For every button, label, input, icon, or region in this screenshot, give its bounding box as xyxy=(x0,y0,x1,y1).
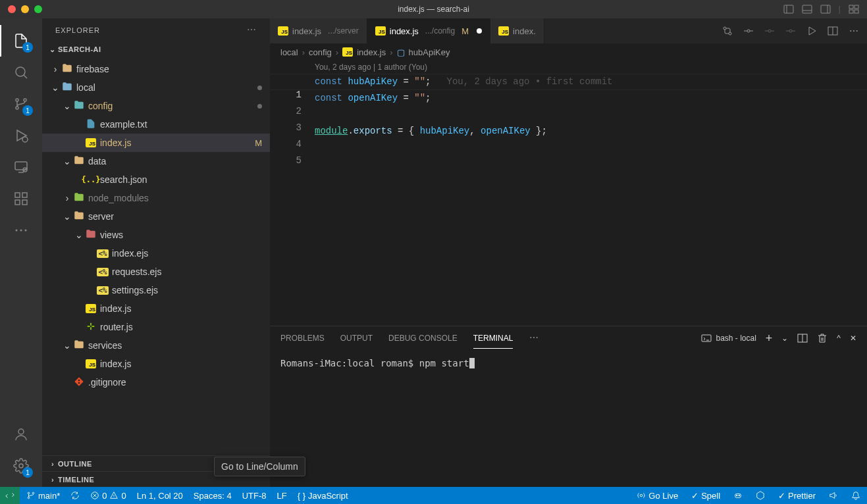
copilot-status[interactable] xyxy=(733,491,743,501)
tree-item[interactable]: <%requests.ejs xyxy=(42,263,270,281)
tree-item[interactable]: JSindex.js xyxy=(42,299,270,318)
tree-item[interactable]: .gitignore xyxy=(42,373,270,391)
code-line[interactable] xyxy=(315,107,613,123)
tree-item[interactable]: JSindex.js xyxy=(42,355,270,373)
tree-item[interactable]: <%index.ejs xyxy=(42,244,270,263)
terminal-body[interactable]: Romans-iMac:local roman$ npm start xyxy=(270,350,867,487)
tree-item[interactable]: ⌄services xyxy=(42,336,270,355)
tree-item[interactable]: ⌄local xyxy=(42,78,270,97)
run-debug-activity[interactable] xyxy=(5,120,37,151)
maximize-panel-icon[interactable]: ^ xyxy=(837,334,841,343)
code-line[interactable]: const hubApiKey = "";You, 2 days ago • f… xyxy=(315,74,613,90)
svg-rect-0 xyxy=(784,5,793,13)
chevron-icon: › xyxy=(50,64,61,74)
editor-tab[interactable]: JSindex. xyxy=(490,18,544,43)
minimize-window-button[interactable] xyxy=(21,5,29,13)
prettier-status[interactable]: ✓ Prettier xyxy=(778,491,816,501)
explorer-activity[interactable]: 1 xyxy=(5,25,37,57)
toggle-secondary-sidebar-icon[interactable] xyxy=(820,4,831,14)
terminal-shell-selector[interactable]: bash - local xyxy=(701,333,756,343)
editor-tab[interactable]: JSindex.js.../server xyxy=(270,18,367,43)
tree-item[interactable]: <%settings.ejs xyxy=(42,281,270,299)
tree-item[interactable]: ⌄server xyxy=(42,207,270,226)
tree-item[interactable]: JSindex.jsM xyxy=(42,134,270,152)
spell-check-status[interactable]: ✓ Spell xyxy=(691,491,720,501)
explorer-more-button[interactable] xyxy=(246,24,257,36)
editor-body[interactable]: 1 2 3 4 5 You, 2 days ago | 1 author (Yo… xyxy=(270,61,867,326)
eol-status[interactable]: LF xyxy=(277,491,287,501)
output-tab[interactable]: OUTPUT xyxy=(340,328,373,348)
folder-icon xyxy=(61,81,73,95)
breadcrumb[interactable]: local › config › JS index.js › ▢ hubApiK… xyxy=(270,43,867,61)
tree-item[interactable]: {..}search.json xyxy=(42,170,270,189)
project-section-header[interactable]: ⌄ SEARCH-AI xyxy=(42,41,270,57)
close-panel-icon[interactable]: ✕ xyxy=(850,334,856,343)
cursor-position[interactable]: Ln 1, Col 20 xyxy=(137,491,183,501)
problems-tab[interactable]: PROBLEMS xyxy=(280,328,325,348)
settings-activity[interactable]: 1 xyxy=(5,450,37,482)
dirty-dot xyxy=(257,86,262,90)
new-terminal-button[interactable]: + xyxy=(766,332,773,345)
maximize-window-button[interactable] xyxy=(34,5,42,13)
terminal-dropdown-button[interactable]: ⌄ xyxy=(781,334,788,343)
remote-indicator[interactable] xyxy=(0,487,20,504)
indentation-status[interactable]: Spaces: 4 xyxy=(194,491,232,501)
more-activity[interactable] xyxy=(5,214,37,246)
kill-terminal-icon[interactable] xyxy=(817,333,828,343)
git-next-icon[interactable] xyxy=(785,26,796,36)
tree-item[interactable]: ⌄views xyxy=(42,226,270,244)
svg-rect-2 xyxy=(802,5,812,13)
code-line[interactable] xyxy=(315,139,613,156)
source-control-activity[interactable]: 1 xyxy=(5,88,37,120)
breadcrumb-segment[interactable]: config xyxy=(309,47,332,57)
breadcrumb-segment[interactable]: index.js xyxy=(357,47,386,57)
explorer-title: EXPLORER xyxy=(55,26,100,34)
more-actions-icon[interactable] xyxy=(849,26,859,36)
accounts-activity[interactable] xyxy=(5,418,37,450)
code-content[interactable]: You, 2 days ago | 1 author (You) const h… xyxy=(309,61,613,326)
toggle-primary-sidebar-icon[interactable] xyxy=(783,4,794,14)
feedback-button[interactable] xyxy=(829,491,838,501)
svg-point-35 xyxy=(747,30,750,32)
git-commit-icon[interactable] xyxy=(764,26,775,36)
problems-status[interactable]: 0 0 xyxy=(90,491,126,501)
debug-console-tab[interactable]: DEBUG CONSOLE xyxy=(388,328,458,348)
tree-item[interactable]: router.js xyxy=(42,318,270,336)
git-branch-status[interactable]: main* xyxy=(26,491,60,501)
toggle-panel-icon[interactable] xyxy=(802,4,812,14)
remote-explorer-activity[interactable] xyxy=(5,151,37,183)
go-live-button[interactable]: Go Live xyxy=(637,491,678,501)
sync-icon xyxy=(70,491,80,500)
tree-item[interactable]: ⌄config xyxy=(42,97,270,115)
tree-item[interactable]: example.txt xyxy=(42,115,270,134)
run-icon[interactable] xyxy=(806,26,817,36)
editor-tab[interactable]: JSindex.js.../configM xyxy=(367,18,490,43)
svg-point-12 xyxy=(16,99,18,101)
split-editor-icon[interactable] xyxy=(828,26,838,36)
terminal-tab[interactable]: TERMINAL xyxy=(473,328,513,349)
encoding-status[interactable]: UTF-8 xyxy=(242,491,267,501)
panel-more-icon[interactable] xyxy=(529,332,539,345)
language-mode[interactable]: { } JavaScript xyxy=(298,491,348,501)
extensions-activity[interactable] xyxy=(5,183,37,214)
close-window-button[interactable] xyxy=(8,5,16,13)
code-line[interactable]: const openAIKey = ""; xyxy=(315,90,613,107)
svg-point-62 xyxy=(641,494,643,497)
codelens[interactable]: You, 2 days ago | 1 author (You) xyxy=(315,61,613,74)
tree-item[interactable]: ⌄data xyxy=(42,152,270,170)
sync-status[interactable] xyxy=(70,491,80,500)
breadcrumb-segment[interactable]: hubApiKey xyxy=(409,47,450,57)
breadcrumb-segment[interactable]: local xyxy=(280,47,298,57)
outline-label: OUTLINE xyxy=(58,460,92,468)
customize-layout-icon[interactable] xyxy=(849,4,859,14)
tree-item[interactable]: ›node_modules xyxy=(42,189,270,207)
split-terminal-icon[interactable] xyxy=(797,333,808,343)
search-activity[interactable] xyxy=(5,57,37,88)
compare-changes-icon[interactable] xyxy=(722,26,733,36)
svg-rect-9 xyxy=(854,10,858,13)
git-prev-icon[interactable] xyxy=(743,26,754,36)
eslint-status[interactable] xyxy=(756,491,765,501)
notifications-button[interactable] xyxy=(851,491,860,501)
tree-item[interactable]: ›firebase xyxy=(42,60,270,78)
code-line[interactable]: module.exports = { hubApiKey, openAIKey … xyxy=(315,123,613,139)
